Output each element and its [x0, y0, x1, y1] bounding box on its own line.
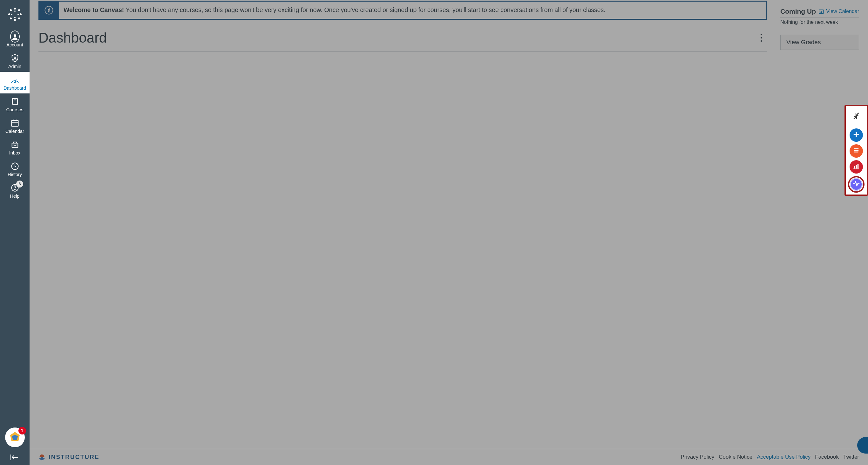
side-panel: Coming Up 3 View Calendar Nothing for th… — [776, 0, 868, 449]
floating-toolbar — [844, 105, 868, 196]
tour-avatar[interactable]: 1 — [5, 428, 25, 447]
nav-label: Inbox — [9, 151, 20, 156]
more-vertical-icon — [760, 33, 763, 42]
svg-point-10 — [11, 14, 12, 15]
info-icon: i — [39, 1, 59, 19]
svg-rect-48 — [858, 164, 859, 169]
footer-brand-label: INSTRUCTURE — [49, 454, 99, 461]
footer: INSTRUCTURE Privacy Policy Cookie Notice… — [30, 449, 868, 465]
nav-label: Calendar — [5, 129, 24, 134]
nav-item-courses[interactable]: Courses — [0, 93, 30, 115]
svg-rect-46 — [854, 166, 855, 169]
svg-text:3: 3 — [821, 11, 822, 13]
footer-brand[interactable]: INSTRUCTURE — [38, 454, 99, 461]
collapse-icon — [852, 112, 860, 121]
svg-point-8 — [14, 10, 16, 12]
nav-label: Help — [10, 194, 20, 199]
page-title: Dashboard — [38, 30, 107, 46]
svg-rect-17 — [11, 120, 18, 126]
svg-rect-47 — [856, 165, 857, 169]
svg-point-27 — [14, 189, 15, 190]
svg-point-12 — [14, 34, 16, 37]
instructure-logo-icon — [38, 454, 45, 461]
svg-marker-40 — [39, 457, 45, 461]
svg-point-33 — [761, 34, 762, 35]
svg-rect-24 — [12, 143, 18, 147]
nav-label: Courses — [6, 108, 24, 113]
main-wrap: i Welcome to Canvas! You don't have any … — [30, 0, 868, 465]
banner-title: Welcome to Canvas! — [64, 6, 124, 13]
svg-point-6 — [10, 18, 12, 19]
bar-chart-icon — [853, 163, 860, 171]
svg-point-13 — [14, 57, 16, 58]
nav-label: Dashboard — [3, 86, 26, 91]
svg-rect-44 — [854, 150, 859, 151]
footer-link-facebook[interactable]: Facebook — [815, 454, 839, 460]
svg-rect-49 — [854, 169, 859, 169]
dashboard-icon — [10, 75, 20, 85]
collapse-nav-icon — [9, 454, 19, 461]
side-divider — [780, 17, 859, 18]
shield-icon — [10, 53, 20, 63]
coming-up-empty: Nothing for the next week — [780, 19, 859, 25]
svg-rect-43 — [854, 148, 859, 149]
nav-item-inbox[interactable]: Inbox — [0, 137, 30, 158]
user-icon — [10, 32, 20, 41]
svg-point-7 — [18, 18, 20, 19]
nav-item-dashboard[interactable]: Dashboard — [0, 72, 30, 93]
nav-item-admin[interactable]: Admin — [0, 50, 30, 72]
banner-body: You don't have any courses, so this page… — [126, 6, 606, 13]
svg-point-35 — [761, 40, 762, 41]
fab-activity-wrap[interactable] — [848, 176, 865, 193]
svg-point-11 — [18, 14, 19, 15]
svg-text:i: i — [48, 7, 50, 13]
fab-activity[interactable] — [850, 178, 863, 191]
tour-badge: 1 — [19, 427, 26, 435]
view-calendar-label: View Calendar — [826, 8, 859, 14]
fab-list[interactable] — [849, 144, 863, 158]
svg-point-15 — [14, 82, 15, 83]
list-icon — [853, 147, 860, 155]
canvas-logo-icon — [7, 7, 23, 22]
view-grades-button[interactable]: View Grades — [780, 35, 859, 50]
svg-point-34 — [761, 37, 762, 38]
coming-up-title: Coming Up — [780, 8, 816, 15]
calendar-icon — [10, 118, 20, 128]
svg-point-9 — [14, 17, 16, 18]
view-grades-label: View Grades — [786, 39, 821, 46]
collapse-nav-button[interactable] — [0, 452, 30, 463]
nav-label: Admin — [8, 64, 21, 69]
nav-item-help[interactable]: 6 Help — [0, 180, 30, 202]
footer-link-twitter[interactable]: Twitter — [843, 454, 859, 460]
nav-item-account[interactable]: Account — [0, 29, 30, 50]
footer-link-cookie[interactable]: Cookie Notice — [719, 454, 752, 460]
activity-icon — [853, 180, 860, 188]
global-nav: Account Admin Dashboard Courses Calendar… — [0, 0, 30, 465]
nav-item-calendar[interactable]: Calendar — [0, 115, 30, 137]
book-icon — [10, 97, 20, 106]
clock-icon — [10, 162, 20, 171]
fab-add[interactable] — [849, 128, 863, 142]
svg-rect-45 — [854, 152, 859, 152]
footer-link-privacy[interactable]: Privacy Policy — [681, 454, 714, 460]
help-badge: 6 — [16, 180, 23, 187]
inbox-icon — [10, 140, 20, 149]
svg-point-4 — [10, 9, 12, 11]
nav-label: Account — [6, 42, 23, 48]
dashboard-options-button[interactable] — [755, 32, 767, 43]
footer-link-aup[interactable]: Acceptable Use Policy — [757, 454, 810, 460]
welcome-banner: i Welcome to Canvas! You don't have any … — [38, 1, 767, 20]
svg-point-0 — [14, 8, 16, 9]
canvas-logo[interactable] — [0, 0, 30, 29]
plus-icon — [853, 131, 860, 139]
svg-point-3 — [20, 13, 22, 15]
calendar-small-icon: 3 — [818, 8, 824, 14]
svg-point-2 — [8, 13, 10, 15]
fab-chart[interactable] — [849, 160, 863, 174]
svg-point-5 — [18, 9, 20, 11]
fab-collapse[interactable] — [847, 108, 865, 126]
view-calendar-link[interactable]: 3 View Calendar — [818, 8, 859, 14]
nav-item-history[interactable]: History — [0, 158, 30, 180]
svg-rect-42 — [854, 134, 859, 135]
nav-label: History — [8, 172, 22, 177]
